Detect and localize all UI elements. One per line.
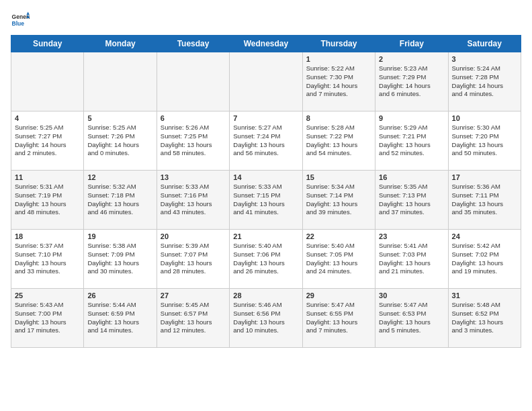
- calendar-cell-w2-d5: 16Sunrise: 5:35 AM Sunset: 7:13 PM Dayli…: [375, 171, 448, 230]
- day-info: Sunrise: 5:37 AM Sunset: 7:10 PM Dayligh…: [15, 242, 80, 276]
- day-number: 1: [306, 55, 371, 63]
- logo: General Blue: [11, 11, 32, 30]
- day-number: 22: [306, 232, 371, 240]
- day-number: 18: [15, 232, 80, 240]
- header: General Blue: [11, 11, 521, 30]
- day-info: Sunrise: 5:41 AM Sunset: 7:03 PM Dayligh…: [379, 242, 444, 276]
- calendar-cell-w3-d5: 23Sunrise: 5:41 AM Sunset: 7:03 PM Dayli…: [375, 230, 448, 289]
- day-number: 23: [379, 232, 444, 240]
- day-info: Sunrise: 5:24 AM Sunset: 7:28 PM Dayligh…: [452, 64, 517, 99]
- day-number: 13: [161, 173, 226, 181]
- day-number: 31: [452, 291, 517, 300]
- day-info: Sunrise: 5:25 AM Sunset: 7:26 PM Dayligh…: [87, 124, 152, 158]
- day-info: Sunrise: 5:33 AM Sunset: 7:15 PM Dayligh…: [233, 183, 298, 217]
- day-info: Sunrise: 5:27 AM Sunset: 7:24 PM Dayligh…: [233, 124, 298, 158]
- day-number: 19: [87, 232, 152, 240]
- calendar-cell-w0-d3: [230, 52, 302, 111]
- day-info: Sunrise: 5:36 AM Sunset: 7:11 PM Dayligh…: [452, 183, 517, 217]
- day-info: Sunrise: 5:46 AM Sunset: 6:56 PM Dayligh…: [233, 301, 298, 335]
- day-info: Sunrise: 5:45 AM Sunset: 6:57 PM Dayligh…: [161, 301, 226, 335]
- day-number: 5: [87, 114, 152, 122]
- calendar-cell-w0-d6: 3Sunrise: 5:24 AM Sunset: 7:28 PM Daylig…: [448, 52, 521, 111]
- calendar-cell-w1-d5: 9Sunrise: 5:29 AM Sunset: 7:21 PM Daylig…: [375, 111, 448, 171]
- day-info: Sunrise: 5:28 AM Sunset: 7:22 PM Dayligh…: [306, 124, 371, 158]
- day-info: Sunrise: 5:22 AM Sunset: 7:30 PM Dayligh…: [306, 64, 371, 99]
- day-info: Sunrise: 5:48 AM Sunset: 6:52 PM Dayligh…: [452, 301, 517, 335]
- day-info: Sunrise: 5:33 AM Sunset: 7:16 PM Dayligh…: [161, 183, 226, 217]
- calendar-cell-w0-d5: 2Sunrise: 5:23 AM Sunset: 7:29 PM Daylig…: [375, 52, 448, 111]
- calendar-cell-w3-d6: 24Sunrise: 5:42 AM Sunset: 7:02 PM Dayli…: [448, 230, 521, 289]
- logo-icon: General Blue: [11, 11, 30, 30]
- calendar-cell-w2-d0: 11Sunrise: 5:31 AM Sunset: 7:19 PM Dayli…: [11, 171, 84, 230]
- day-info: Sunrise: 5:47 AM Sunset: 6:53 PM Dayligh…: [379, 301, 444, 335]
- calendar-cell-w4-d3: 28Sunrise: 5:46 AM Sunset: 6:56 PM Dayli…: [230, 289, 302, 348]
- calendar-cell-w1-d4: 8Sunrise: 5:28 AM Sunset: 7:22 PM Daylig…: [302, 111, 375, 171]
- day-number: 15: [306, 173, 371, 181]
- calendar-cell-w4-d5: 30Sunrise: 5:47 AM Sunset: 6:53 PM Dayli…: [375, 289, 448, 348]
- calendar-cell-w2-d2: 13Sunrise: 5:33 AM Sunset: 7:16 PM Dayli…: [157, 171, 229, 230]
- calendar-cell-w1-d2: 6Sunrise: 5:26 AM Sunset: 7:25 PM Daylig…: [157, 111, 229, 171]
- calendar-cell-w4-d2: 27Sunrise: 5:45 AM Sunset: 6:57 PM Dayli…: [157, 289, 229, 348]
- calendar-cell-w1-d0: 4Sunrise: 5:25 AM Sunset: 7:27 PM Daylig…: [11, 111, 84, 171]
- calendar-cell-w2-d3: 14Sunrise: 5:33 AM Sunset: 7:15 PM Dayli…: [230, 171, 302, 230]
- day-number: 30: [379, 291, 444, 300]
- calendar-cell-w3-d4: 22Sunrise: 5:40 AM Sunset: 7:05 PM Dayli…: [302, 230, 375, 289]
- col-header-monday: Monday: [84, 36, 157, 52]
- calendar-cell-w1-d3: 7Sunrise: 5:27 AM Sunset: 7:24 PM Daylig…: [230, 111, 302, 171]
- day-info: Sunrise: 5:42 AM Sunset: 7:02 PM Dayligh…: [452, 242, 517, 276]
- calendar-cell-w3-d2: 20Sunrise: 5:39 AM Sunset: 7:07 PM Dayli…: [157, 230, 229, 289]
- day-number: 3: [452, 55, 517, 63]
- day-number: 2: [379, 55, 444, 63]
- day-number: 21: [233, 232, 298, 240]
- calendar-cell-w0-d0: [11, 52, 84, 111]
- svg-text:Blue: Blue: [12, 20, 25, 27]
- day-number: 16: [379, 173, 444, 181]
- day-number: 14: [233, 173, 298, 181]
- day-number: 29: [306, 291, 371, 300]
- calendar-cell-w3-d0: 18Sunrise: 5:37 AM Sunset: 7:10 PM Dayli…: [11, 230, 84, 289]
- col-header-friday: Friday: [375, 36, 448, 52]
- day-number: 11: [15, 173, 80, 181]
- day-number: 28: [233, 291, 298, 300]
- calendar-cell-w0-d2: [157, 52, 229, 111]
- calendar-cell-w1-d1: 5Sunrise: 5:25 AM Sunset: 7:26 PM Daylig…: [84, 111, 157, 171]
- calendar-cell-w4-d4: 29Sunrise: 5:47 AM Sunset: 6:55 PM Dayli…: [302, 289, 375, 348]
- calendar-cell-w0-d1: [84, 52, 157, 111]
- calendar-cell-w3-d3: 21Sunrise: 5:40 AM Sunset: 7:06 PM Dayli…: [230, 230, 302, 289]
- day-number: 12: [87, 173, 152, 181]
- day-number: 25: [15, 291, 80, 300]
- day-info: Sunrise: 5:31 AM Sunset: 7:19 PM Dayligh…: [15, 183, 80, 217]
- day-info: Sunrise: 5:34 AM Sunset: 7:14 PM Dayligh…: [306, 183, 371, 217]
- day-number: 8: [306, 114, 371, 122]
- day-number: 4: [15, 114, 80, 122]
- calendar-cell-w4-d1: 26Sunrise: 5:44 AM Sunset: 6:59 PM Dayli…: [84, 289, 157, 348]
- day-info: Sunrise: 5:23 AM Sunset: 7:29 PM Dayligh…: [379, 64, 444, 99]
- day-number: 9: [379, 114, 444, 122]
- calendar-cell-w3-d1: 19Sunrise: 5:38 AM Sunset: 7:09 PM Dayli…: [84, 230, 157, 289]
- calendar-cell-w0-d4: 1Sunrise: 5:22 AM Sunset: 7:30 PM Daylig…: [302, 52, 375, 111]
- day-info: Sunrise: 5:47 AM Sunset: 6:55 PM Dayligh…: [306, 301, 371, 335]
- day-number: 17: [452, 173, 517, 181]
- day-info: Sunrise: 5:25 AM Sunset: 7:27 PM Dayligh…: [15, 124, 80, 158]
- day-info: Sunrise: 5:30 AM Sunset: 7:20 PM Dayligh…: [452, 124, 517, 158]
- day-info: Sunrise: 5:32 AM Sunset: 7:18 PM Dayligh…: [87, 183, 152, 217]
- calendar-cell-w2-d4: 15Sunrise: 5:34 AM Sunset: 7:14 PM Dayli…: [302, 171, 375, 230]
- calendar-cell-w2-d1: 12Sunrise: 5:32 AM Sunset: 7:18 PM Dayli…: [84, 171, 157, 230]
- day-info: Sunrise: 5:38 AM Sunset: 7:09 PM Dayligh…: [87, 242, 152, 276]
- calendar-cell-w4-d6: 31Sunrise: 5:48 AM Sunset: 6:52 PM Dayli…: [448, 289, 521, 348]
- calendar-cell-w1-d6: 10Sunrise: 5:30 AM Sunset: 7:20 PM Dayli…: [448, 111, 521, 171]
- col-header-wednesday: Wednesday: [230, 36, 302, 52]
- day-number: 24: [452, 232, 517, 240]
- calendar-table: SundayMondayTuesdayWednesdayThursdayFrid…: [11, 35, 521, 348]
- day-info: Sunrise: 5:40 AM Sunset: 7:05 PM Dayligh…: [306, 242, 371, 276]
- day-number: 6: [161, 114, 226, 122]
- day-number: 27: [161, 291, 226, 300]
- day-info: Sunrise: 5:39 AM Sunset: 7:07 PM Dayligh…: [161, 242, 226, 276]
- col-header-thursday: Thursday: [302, 36, 375, 52]
- col-header-saturday: Saturday: [448, 36, 521, 52]
- day-number: 26: [87, 291, 152, 300]
- col-header-sunday: Sunday: [11, 36, 84, 52]
- day-info: Sunrise: 5:40 AM Sunset: 7:06 PM Dayligh…: [233, 242, 298, 276]
- col-header-tuesday: Tuesday: [157, 36, 229, 52]
- day-info: Sunrise: 5:29 AM Sunset: 7:21 PM Dayligh…: [379, 124, 444, 158]
